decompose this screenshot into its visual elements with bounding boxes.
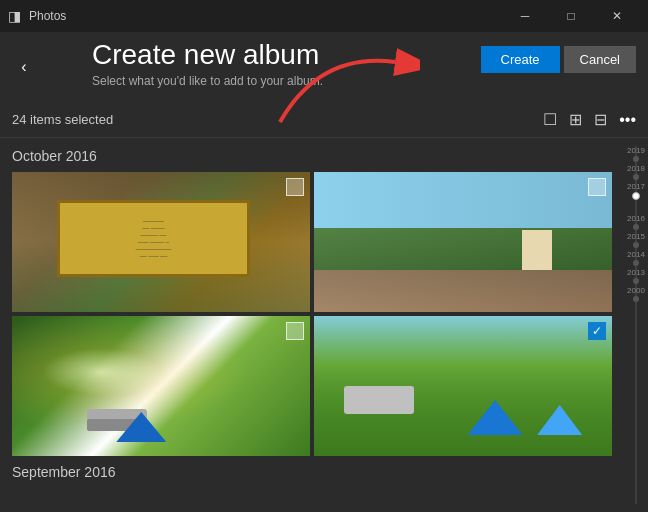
timeline-dot-2013 (633, 278, 639, 284)
timeline-item-2000[interactable]: 2000 (627, 286, 645, 302)
title-bar-left: ◨ Photos (8, 8, 66, 24)
header-buttons: Create Cancel (481, 46, 637, 73)
create-button[interactable]: Create (481, 46, 560, 73)
timeline-item-2015[interactable]: 2015 (627, 232, 645, 248)
photo-row-1: ──────── ───────── ───── ──── ──────────… (12, 172, 612, 312)
page-title: Create new album (92, 40, 323, 71)
timeline-sidebar[interactable]: 2019 2018 2017 2016 2015 2014 2013 (624, 138, 648, 512)
photo-checkbox-4[interactable]: ✓ (588, 322, 606, 340)
photo-sign-board: ──────── ───────── ───── ──── ──────────… (57, 200, 251, 277)
timeline-dot-2000 (633, 296, 639, 302)
timeline-year-2017: 2017 (627, 182, 645, 191)
timeline-year-2014: 2014 (627, 250, 645, 259)
close-button[interactable]: ✕ (594, 0, 640, 32)
cancel-button[interactable]: Cancel (564, 46, 636, 73)
app-title: Photos (29, 9, 66, 23)
page-subtitle: Select what you'd like to add to your al… (92, 74, 323, 88)
title-bar-controls: ─ □ ✕ (502, 0, 640, 32)
minimize-button[interactable]: ─ (502, 0, 548, 32)
app-icon: ◨ (8, 8, 21, 24)
back-button[interactable]: ‹ (0, 32, 48, 102)
selected-count: 24 items selected (12, 112, 113, 127)
header-section: ‹ Create new album Select what you'd lik… (0, 32, 648, 102)
timeline-item-2018[interactable]: 2018 (627, 164, 645, 180)
toolbar-left: 24 items selected (12, 112, 113, 127)
view-checkbox-icon[interactable]: ☐ (543, 110, 557, 129)
maximize-button[interactable]: □ (548, 0, 594, 32)
toolbar: 24 items selected ☐ ⊞ ⊟ ••• (0, 102, 648, 138)
view-list-icon[interactable]: ⊟ (594, 110, 607, 129)
timeline-dot-2019 (633, 156, 639, 162)
building-silhouette (522, 230, 552, 270)
photo-thumb-4[interactable]: ✓ (314, 316, 612, 456)
more-options-button[interactable]: ••• (619, 111, 636, 129)
photo-checkbox-2[interactable] (588, 178, 606, 196)
photo-checkbox-1[interactable] (286, 178, 304, 196)
checkmark-icon: ✓ (592, 325, 602, 337)
timeline-dot-2018 (633, 174, 639, 180)
timeline-dot-2017 (632, 192, 640, 200)
timeline-item-2019[interactable]: 2019 (627, 146, 645, 162)
timeline-dot-2015 (633, 242, 639, 248)
timeline-year-2019: 2019 (627, 146, 645, 155)
photo-row-2: ✓ (12, 316, 612, 456)
timeline-dot-2016 (633, 224, 639, 230)
photo-thumb-2[interactable] (314, 172, 612, 312)
timeline-item-2014[interactable]: 2014 (627, 250, 645, 266)
timeline-item-2016[interactable]: 2016 (627, 214, 645, 230)
photo-thumb-1[interactable]: ──────── ───────── ───── ──── ──────────… (12, 172, 310, 312)
toolbar-right: ☐ ⊞ ⊟ ••• (543, 110, 636, 129)
photo-checkbox-3[interactable] (286, 322, 304, 340)
photo-thumb-3[interactable] (12, 316, 310, 456)
photo-grid: October 2016 ──────── ───────── ───── ──… (0, 138, 624, 512)
date-label-september: September 2016 (12, 464, 612, 480)
sign-text: ──────── ───────── ───── ──── ──────────… (136, 218, 171, 260)
timeline-year-2016: 2016 (627, 214, 645, 223)
view-grid-icon[interactable]: ⊞ (569, 110, 582, 129)
timeline-dot-2014 (633, 260, 639, 266)
timeline-item-2013[interactable]: 2013 (627, 268, 645, 284)
header-text: Create new album Select what you'd like … (92, 40, 323, 88)
timeline-year-2015: 2015 (627, 232, 645, 241)
timeline-year-2000: 2000 (627, 286, 645, 295)
timeline-year-2018: 2018 (627, 164, 645, 173)
timeline-item-2017[interactable]: 2017 (627, 182, 645, 200)
content-area: October 2016 ──────── ───────── ───── ──… (0, 138, 648, 512)
timeline-year-2013: 2013 (627, 268, 645, 277)
title-bar: ◨ Photos ─ □ ✕ (0, 0, 648, 32)
date-label-october: October 2016 (12, 148, 612, 164)
